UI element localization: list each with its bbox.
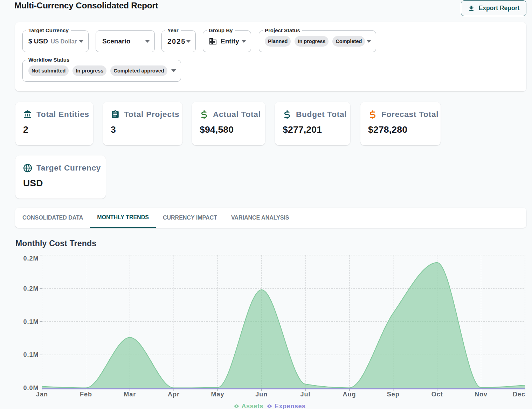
svg-text:Jan: Jan — [36, 391, 48, 398]
svg-text:Dec: Dec — [513, 391, 525, 398]
svg-text:0.1M: 0.1M — [23, 351, 39, 358]
svg-text:Aug: Aug — [343, 391, 356, 398]
svg-text:0.2M: 0.2M — [23, 255, 39, 262]
svg-text:Expenses: Expenses — [275, 403, 306, 409]
svg-text:Assets: Assets — [242, 403, 264, 409]
svg-text:Nov: Nov — [475, 391, 488, 398]
svg-text:Oct: Oct — [431, 391, 443, 398]
svg-text:Jun: Jun — [255, 391, 268, 398]
svg-text:Apr: Apr — [168, 391, 180, 398]
svg-text:Feb: Feb — [80, 391, 92, 398]
svg-text:0.1M: 0.1M — [23, 318, 39, 325]
svg-text:Mar: Mar — [124, 391, 136, 398]
svg-text:Jul: Jul — [300, 391, 311, 398]
svg-text:0.2M: 0.2M — [23, 285, 39, 292]
svg-text:May: May — [211, 391, 224, 398]
svg-text:Sep: Sep — [387, 391, 400, 398]
